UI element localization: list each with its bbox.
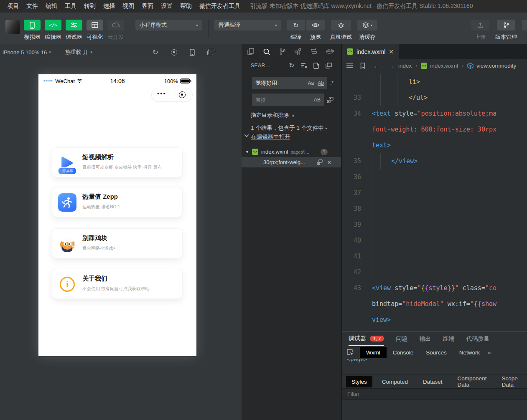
list-item-zepp[interactable]: 热量值 Zepp 运动热量 排名NO.1 xyxy=(52,187,183,217)
list-item-video-parse[interactable]: 去水印 短视频解析 目前仅可皮皮虾 皮皮搞笑 快手 抖音 最右 xyxy=(52,147,183,177)
code-row[interactable]: 38 xyxy=(342,201,527,217)
devtools-tab[interactable]: Wxml xyxy=(360,347,387,358)
exit-target-icon[interactable] xyxy=(172,91,192,98)
remote-debug-button[interactable]: 真机调试 xyxy=(330,20,352,41)
version-control-button[interactable]: 版本管理 xyxy=(495,20,517,41)
code-row[interactable]: 41 xyxy=(342,248,527,264)
compile-button[interactable]: ↻ 编译 xyxy=(287,20,305,41)
code-row[interactable]: 37 xyxy=(342,185,527,201)
open-in-editor-link[interactable]: 在编辑器中打开 xyxy=(251,134,290,140)
menu-item[interactable]: 帮助 xyxy=(176,3,196,10)
wxml-node[interactable]: <page> xyxy=(347,359,367,362)
outline-icon[interactable] xyxy=(346,63,353,68)
close-icon[interactable]: ✕ xyxy=(389,48,394,55)
menu-item[interactable]: 工具 xyxy=(61,3,80,10)
device-frame-icon[interactable] xyxy=(190,49,195,56)
code-row[interactable]: 36 xyxy=(342,169,527,185)
toolbar-button-clipped[interactable] xyxy=(522,20,527,30)
dock-tab[interactable]: 代码质量 xyxy=(466,331,489,346)
capsule-menu[interactable]: ••• xyxy=(151,88,193,102)
search-icon[interactable] xyxy=(263,48,270,56)
devtools-tab[interactable]: Network xyxy=(453,347,486,358)
editor-toggle-button[interactable]: </> 编辑器 xyxy=(45,20,61,41)
menu-item[interactable]: 项目 xyxy=(3,3,23,10)
menu-item[interactable]: 转到 xyxy=(80,3,99,10)
preview-button[interactable]: 预览 xyxy=(306,20,325,41)
visualization-toggle-button[interactable]: 可视化 xyxy=(87,20,103,41)
dock-tab[interactable]: 问题 xyxy=(396,331,407,346)
code-row[interactable]: li> xyxy=(342,74,527,90)
devtools-tab[interactable]: Console xyxy=(387,347,420,358)
code-row[interactable]: font-weight: 600;font-size: 30rpx xyxy=(342,121,527,137)
replace-match-icon[interactable] xyxy=(317,159,323,165)
menu-item[interactable]: 微信开发者工具 xyxy=(196,3,244,10)
docker-whale-icon[interactable] xyxy=(326,48,334,55)
code-row[interactable]: 33</ul> xyxy=(342,90,527,106)
code-row[interactable]: 40 xyxy=(342,233,527,248)
back-icon[interactable]: ← xyxy=(373,62,379,69)
clear-results-icon[interactable] xyxy=(300,63,307,68)
breadcrumb-item[interactable]: index.wxml xyxy=(430,63,458,69)
result-match-row[interactable]: 30rpx;font-weig... × xyxy=(242,157,341,167)
detach-window-icon[interactable] xyxy=(207,51,213,55)
open-editors-icon[interactable] xyxy=(326,63,332,68)
breadcrumb-item[interactable]: index xyxy=(398,63,412,69)
structure-icon[interactable] xyxy=(311,48,317,55)
tab-index-wxml[interactable]: <> index.wxml ✕ xyxy=(342,44,399,59)
explorer-icon[interactable] xyxy=(247,48,254,55)
breadcrumb-item[interactable]: view.commodity xyxy=(476,63,516,69)
search-box[interactable]: Aa Ab xyxy=(252,77,327,89)
files-include-toggle[interactable]: 指定目录和排除 ▲ xyxy=(251,111,341,119)
clear-cache-button[interactable]: ▾ 清缓存 xyxy=(357,20,377,41)
list-item-about[interactable]: i 关于我们 不会使用 或有问题可点我获取帮助 xyxy=(52,269,183,299)
inspect-element-icon[interactable] xyxy=(342,349,358,356)
device-select[interactable]: iPhone 5 100% 16 ▾ xyxy=(3,49,51,56)
bookmark-icon[interactable] xyxy=(360,63,365,69)
restart-icon[interactable]: ↻ xyxy=(153,48,158,57)
devtools-tab[interactable]: Sources xyxy=(420,347,453,358)
upload-button[interactable]: 上传 xyxy=(471,20,489,41)
simulator-toggle-button[interactable]: 模拟器 xyxy=(24,20,41,41)
code-row[interactable]: bindtap="hideModal" wx:if="{{show xyxy=(342,296,527,312)
code-row[interactable]: 43<view style="{{style}}" class="co xyxy=(342,280,527,296)
inspector-tab[interactable]: Styles xyxy=(346,376,372,387)
menu-item[interactable]: 视图 xyxy=(119,3,138,10)
preserve-case-toggle[interactable]: AB xyxy=(314,97,321,103)
more-tabs-icon[interactable]: » xyxy=(488,349,491,356)
inspector-tab[interactable]: Dataset xyxy=(418,376,448,387)
inspector-tab[interactable]: Computed xyxy=(377,376,413,387)
extensions-icon[interactable] xyxy=(295,48,302,55)
code-row[interactable]: 35</view> xyxy=(342,153,527,169)
result-file-row[interactable]: ▼ <> index.wxml pages\i... 1 xyxy=(242,147,341,157)
toggle-replace-chevron[interactable] xyxy=(244,134,249,137)
hot-reload-toggle[interactable]: 热重载 开 ▾ xyxy=(65,48,92,56)
menu-item[interactable]: 文件 xyxy=(23,3,42,10)
tree-expand-icon[interactable]: ▼ xyxy=(245,150,249,154)
code-row[interactable]: 34<text style="position:absolute;ma xyxy=(342,106,527,121)
search-input[interactable] xyxy=(255,80,304,86)
match-case-toggle[interactable]: Aa xyxy=(308,80,314,86)
replace-box[interactable]: AB xyxy=(252,94,324,106)
replace-all-icon[interactable] xyxy=(327,97,334,103)
mode-select[interactable]: 小程序模式 ▾ xyxy=(135,20,202,30)
record-icon[interactable] xyxy=(171,49,177,56)
code-row[interactable]: text> xyxy=(342,137,527,153)
code-row[interactable]: 39 xyxy=(342,217,527,233)
dock-tab[interactable]: 终端 xyxy=(443,331,454,346)
dismiss-match-icon[interactable]: × xyxy=(328,159,331,166)
menu-item[interactable]: 编辑 xyxy=(42,3,61,10)
list-item-game[interactable]: 别踩鸡块 爆火网络小游戏+ xyxy=(52,228,183,258)
inspector-tab[interactable]: Scope Data xyxy=(496,373,527,390)
inspector-tab[interactable]: Component Data xyxy=(452,373,492,390)
avatar[interactable] xyxy=(5,20,20,34)
dock-tab[interactable]: 调试器1, 7 xyxy=(349,331,384,346)
whole-word-toggle[interactable]: Ab xyxy=(318,80,324,86)
new-search-editor-icon[interactable] xyxy=(313,63,319,69)
code-row[interactable]: 42 xyxy=(342,264,527,280)
more-dots-icon[interactable]: ••• xyxy=(152,91,172,98)
replace-input[interactable] xyxy=(255,97,310,103)
styles-filter-row[interactable]: Filter xyxy=(342,388,527,400)
debugger-toggle-button[interactable]: 调试器 xyxy=(66,20,82,41)
forward-icon[interactable]: → xyxy=(388,62,395,69)
cloud-dev-button[interactable]: 云开发 xyxy=(107,20,124,41)
